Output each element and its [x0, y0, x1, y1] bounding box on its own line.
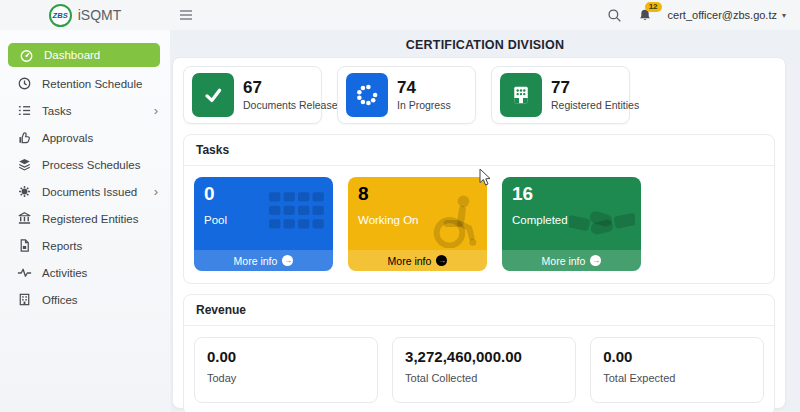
more-info-label: More info: [542, 255, 586, 267]
sidebar-item-label: Registered Entities: [42, 213, 139, 225]
content-panel: 67 Documents Released 74 In Progress 7: [172, 57, 786, 409]
brand: ZBS iSQMT: [0, 4, 170, 27]
caret-down-icon: ▾: [782, 11, 786, 20]
menu-toggle-icon[interactable]: [180, 10, 192, 20]
sidebar-item-registered-entities[interactable]: Registered Entities: [0, 205, 170, 232]
sidebar-item-label: Activities: [42, 267, 87, 279]
stat-label: Registered Entities: [551, 99, 639, 111]
more-info-label: More info: [388, 255, 432, 267]
top-header: ZBS iSQMT 12 cert_officer@zbs.go.tz ▾: [0, 0, 800, 30]
zbs-logo: ZBS: [49, 4, 72, 27]
sidebar-item-offices[interactable]: Offices: [0, 286, 170, 313]
revenue-label: Total Expected: [603, 372, 751, 384]
revenue-card-total-collected: 3,272,460,000.00 Total Collected: [392, 337, 576, 403]
stat-value: 67: [243, 79, 343, 97]
stat-card-documents-released: 67 Documents Released: [183, 66, 322, 124]
user-email: cert_officer@zbs.go.tz: [668, 9, 777, 21]
tasks-section: Tasks 0 Pool More info → 8 Working On: [183, 134, 775, 284]
grid-icon: [269, 192, 327, 242]
tasks-section-title: Tasks: [184, 135, 774, 166]
task-card-completed: 16 Completed More info →: [502, 177, 641, 271]
chevron-right-icon: ›: [154, 185, 158, 198]
app-title: iSQMT: [78, 7, 122, 23]
sidebar-item-label: Tasks: [42, 105, 71, 117]
sidebar-item-retention-schedule[interactable]: Retention Schedule: [0, 70, 170, 97]
notification-count-badge: 12: [645, 2, 662, 13]
revenue-value: 0.00: [207, 348, 365, 365]
task-value: 16: [502, 177, 641, 205]
sidebar-item-tasks[interactable]: Tasks ›: [0, 97, 170, 124]
clock-icon: [17, 76, 32, 91]
bank-icon: [17, 211, 32, 226]
sidebar-item-label: Process Schedules: [42, 159, 140, 171]
more-info-link[interactable]: More info →: [348, 250, 487, 271]
revenue-card-total-expected: 0.00 Total Expected: [590, 337, 764, 403]
revenue-section-title: Revenue: [184, 295, 774, 326]
task-card-pool: 0 Pool More info →: [194, 177, 333, 271]
report-file-icon: [17, 238, 32, 253]
stat-label: Documents Released: [243, 99, 343, 111]
gear-document-icon: [17, 184, 32, 199]
stat-label: In Progress: [397, 99, 451, 111]
sidebar: Dashboard Retention Schedule Tasks › App…: [0, 30, 170, 412]
sidebar-item-label: Retention Schedule: [42, 78, 142, 90]
sidebar-item-reports[interactable]: Reports: [0, 232, 170, 259]
revenue-label: Total Collected: [405, 372, 563, 384]
sidebar-item-label: Dashboard: [44, 49, 100, 61]
sidebar-item-approvals[interactable]: Approvals: [0, 124, 170, 151]
layers-icon: [17, 157, 32, 172]
thumbs-up-icon: [17, 130, 32, 145]
revenue-value: 0.00: [603, 348, 751, 365]
revenue-section: Revenue 0.00 Today 3,272,460,000.00 Tota…: [183, 294, 775, 412]
user-menu[interactable]: cert_officer@zbs.go.tz ▾: [668, 9, 786, 21]
stat-value: 74: [397, 79, 451, 97]
logo-text: ZBS: [52, 11, 68, 20]
task-card-working-on: 8 Working On More info →: [348, 177, 487, 271]
stat-card-in-progress: 74 In Progress: [337, 66, 476, 124]
revenue-value: 3,272,460,000.00: [405, 348, 563, 365]
speedometer-icon: [19, 48, 34, 63]
header-actions: 12 cert_officer@zbs.go.tz ▾: [607, 8, 800, 23]
check-icon: [192, 73, 234, 117]
sidebar-item-dashboard[interactable]: Dashboard: [8, 43, 160, 67]
revenue-label: Today: [207, 372, 365, 384]
wheelchair-icon: [425, 192, 481, 252]
stat-card-registered-entities: 77 Registered Entities: [491, 66, 630, 124]
arrow-right-circle-icon: →: [436, 255, 447, 266]
more-info-link[interactable]: More info →: [502, 250, 641, 271]
sidebar-item-label: Approvals: [42, 132, 93, 144]
arrow-right-circle-icon: →: [590, 255, 601, 266]
page-title: CERTIFICATION DIVISION: [170, 30, 800, 57]
sidebar-item-label: Offices: [42, 294, 78, 306]
tasks-cards-row: 0 Pool More info → 8 Working On: [184, 166, 774, 283]
sidebar-item-process-schedules[interactable]: Process Schedules: [0, 151, 170, 178]
main-content: CERTIFICATION DIVISION 67 Documents Rele…: [170, 30, 800, 412]
more-info-link[interactable]: More info →: [194, 250, 333, 271]
stats-row: 67 Documents Released 74 In Progress 7: [183, 66, 775, 124]
notifications-bell-icon[interactable]: 12: [638, 8, 652, 23]
sidebar-item-label: Reports: [42, 240, 82, 252]
spinner-icon: [346, 73, 388, 117]
building-icon: [500, 73, 542, 117]
handshake-icon: [569, 203, 635, 249]
chevron-right-icon: ›: [154, 104, 158, 117]
sidebar-item-label: Documents Issued: [42, 186, 137, 198]
office-building-icon: [17, 292, 32, 307]
sidebar-item-documents-issued[interactable]: Documents Issued ›: [0, 178, 170, 205]
activity-pulse-icon: [17, 265, 32, 280]
stat-value: 77: [551, 79, 639, 97]
sidebar-item-activities[interactable]: Activities: [0, 259, 170, 286]
more-info-label: More info: [234, 255, 278, 267]
task-list-icon: [17, 103, 32, 118]
revenue-cards-row: 0.00 Today 3,272,460,000.00 Total Collec…: [184, 326, 774, 412]
revenue-card-today: 0.00 Today: [194, 337, 378, 403]
search-icon[interactable]: [607, 8, 622, 23]
arrow-right-circle-icon: →: [282, 255, 293, 266]
